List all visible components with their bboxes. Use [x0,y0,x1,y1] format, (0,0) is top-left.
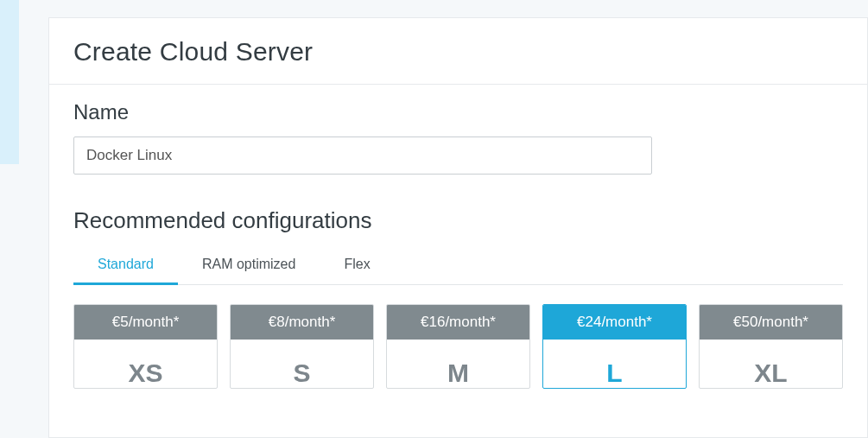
plan-size: M [387,340,529,388]
page-title: Create Cloud Server [49,18,867,84]
configs-heading: Recommended configurations [73,207,843,234]
tab-standard[interactable]: Standard [73,248,178,285]
sidebar-sliver [0,0,19,164]
plan-price: €24/month* [543,305,686,340]
plan-size: XL [700,340,842,388]
plan-size: S [231,340,373,388]
plan-s[interactable]: €8/month* S [230,304,374,389]
plan-m[interactable]: €16/month* M [386,304,530,389]
tab-ram-optimized[interactable]: RAM optimized [178,248,320,285]
form-section: Name Recommended configurations Standard… [49,85,867,389]
plan-price: €8/month* [231,305,373,340]
tab-flex[interactable]: Flex [320,248,394,285]
name-label: Name [73,100,843,124]
plan-size: XS [74,340,217,388]
plan-price: €16/month* [387,305,529,340]
plan-xs[interactable]: €5/month* XS [73,304,218,389]
plan-price: €50/month* [700,305,842,340]
plan-size: L [543,340,686,388]
create-server-card: Create Cloud Server Name Recommended con… [48,17,868,438]
plan-xl[interactable]: €50/month* XL [699,304,843,389]
name-input[interactable] [73,136,652,175]
plan-l[interactable]: €24/month* L [542,304,687,389]
config-tabs: Standard RAM optimized Flex [73,248,843,285]
plan-price: €5/month* [74,305,217,340]
plan-list: €5/month* XS €8/month* S €16/month* M €2… [73,304,843,389]
